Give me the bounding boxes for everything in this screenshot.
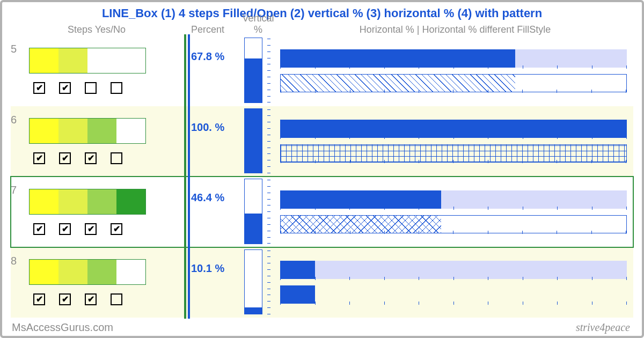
footer-credit-left: MsAccessGurus.com	[12, 321, 113, 334]
row-id: 7	[11, 177, 29, 247]
report-title: LINE_Box (1) 4 steps Filled/Open (2) ver…	[11, 6, 633, 20]
horizontal-bars	[267, 177, 633, 247]
step-box	[30, 189, 58, 214]
percent-label: 10.1 %	[191, 247, 239, 318]
checkbox[interactable]: ✔	[59, 293, 71, 305]
row-id: 8	[11, 247, 29, 318]
checkbox[interactable]: ✔	[59, 82, 71, 94]
percent-label: 67.8 %	[191, 35, 239, 106]
header-vertical: Vertical %	[239, 13, 277, 35]
header-percent: Percent	[191, 24, 239, 35]
step-box	[30, 260, 58, 284]
checkbox[interactable]: ✔	[85, 152, 97, 164]
checkbox[interactable]	[111, 293, 122, 305]
checkbox[interactable]	[111, 82, 122, 94]
step-box	[30, 119, 58, 143]
step-box	[58, 189, 87, 214]
vertical-bar	[239, 106, 267, 177]
step-box	[30, 48, 58, 73]
separator	[182, 177, 191, 247]
vertical-bar	[239, 247, 267, 318]
horizontal-bar-pattern	[280, 285, 627, 304]
step-box	[58, 48, 87, 73]
horizontal-bars	[267, 106, 633, 177]
horizontal-bar-solid	[280, 49, 627, 68]
checkbox[interactable]: ✔	[33, 223, 45, 235]
step-boxes	[29, 118, 146, 144]
header-horizontal: Horizontal % | Horizontal % different Fi…	[277, 24, 633, 35]
step-boxes	[29, 189, 146, 215]
row-id: 6	[11, 106, 29, 177]
steps-cell: ✔✔✔	[29, 247, 182, 318]
steps-cell: ✔✔✔	[29, 106, 182, 177]
vertical-bar	[239, 35, 267, 106]
rows-container: 5✔✔67.8 %6✔✔✔100. %7✔✔✔✔46.4 %8✔✔✔10.1 %	[11, 35, 633, 318]
checkbox-row: ✔✔✔	[29, 152, 182, 164]
percent-label: 100. %	[191, 106, 239, 177]
separator	[182, 106, 191, 177]
horizontal-bar-solid	[280, 190, 627, 209]
footer-credit-right: strive4peace	[576, 321, 630, 334]
checkbox[interactable]: ✔	[85, 293, 97, 305]
checkbox[interactable]	[111, 152, 122, 164]
step-boxes	[29, 48, 146, 74]
step-box	[87, 260, 116, 284]
table-row: 5✔✔67.8 %	[11, 35, 633, 106]
horizontal-bars	[267, 35, 633, 106]
horizontal-bar-solid	[280, 120, 627, 138]
step-box	[87, 48, 116, 73]
step-box	[87, 189, 116, 214]
checkbox-row: ✔✔✔✔	[29, 223, 182, 235]
steps-cell: ✔✔✔✔	[29, 177, 182, 247]
step-boxes	[29, 259, 146, 285]
steps-cell: ✔✔	[29, 35, 182, 106]
horizontal-bar-pattern	[280, 74, 627, 92]
separator	[182, 247, 191, 318]
step-box	[116, 260, 145, 284]
column-headers: Steps Yes/No Percent Vertical % Horizont…	[11, 20, 633, 35]
header-steps: Steps Yes/No	[11, 24, 182, 35]
table-row: 8✔✔✔10.1 %	[11, 247, 633, 318]
horizontal-bars	[267, 247, 633, 318]
checkbox[interactable]: ✔	[59, 223, 71, 235]
vertical-bar	[239, 177, 267, 247]
checkbox[interactable]: ✔	[33, 152, 45, 164]
step-box	[87, 119, 116, 143]
horizontal-bar-solid	[280, 261, 627, 279]
checkbox[interactable]: ✔	[111, 223, 122, 235]
table-row: 7✔✔✔✔46.4 %	[11, 177, 633, 247]
checkbox[interactable]	[85, 82, 97, 94]
step-box	[116, 119, 145, 143]
percent-label: 46.4 %	[191, 177, 239, 247]
table-row: 6✔✔✔100. %	[11, 106, 633, 177]
separator	[182, 35, 191, 106]
row-id: 5	[11, 35, 29, 106]
footer: MsAccessGurus.com strive4peace	[11, 318, 633, 334]
step-box	[58, 119, 87, 143]
checkbox[interactable]: ✔	[59, 152, 71, 164]
step-box	[116, 48, 145, 73]
horizontal-bar-pattern	[280, 144, 627, 163]
checkbox[interactable]: ✔	[85, 223, 97, 235]
step-box	[116, 189, 145, 214]
step-box	[58, 260, 87, 284]
report-frame: LINE_Box (1) 4 steps Filled/Open (2) ver…	[0, 0, 644, 338]
checkbox-row: ✔✔✔	[29, 293, 182, 305]
horizontal-bar-pattern	[280, 215, 627, 233]
checkbox[interactable]: ✔	[33, 293, 45, 305]
checkbox[interactable]: ✔	[33, 82, 45, 94]
checkbox-row: ✔✔	[29, 82, 182, 94]
